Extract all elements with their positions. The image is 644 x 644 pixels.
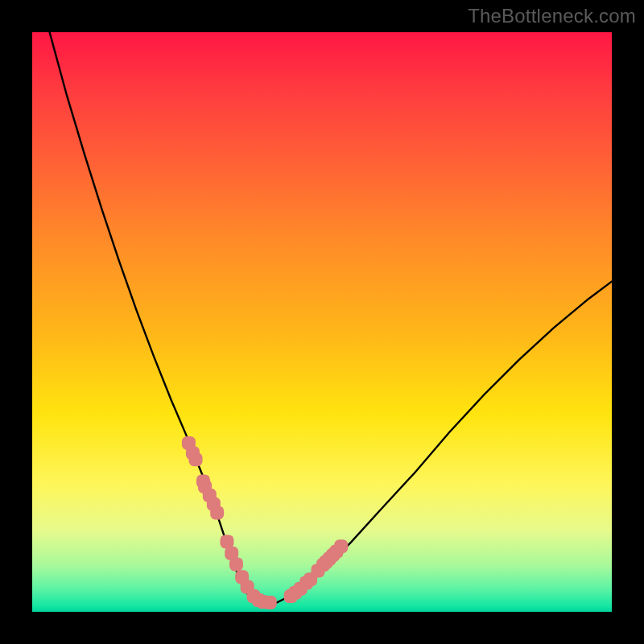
marker-point [334,539,348,553]
marker-point [189,452,203,466]
chart-frame: TheBottleneck.com [0,0,644,644]
chart-svg [32,32,612,612]
watermark-text: TheBottleneck.com [468,5,636,27]
marker-point [229,557,243,571]
marker-point [263,596,277,609]
bottleneck-curve [50,32,612,603]
plot-area [32,32,612,612]
marker-point [210,506,224,519]
marker-cluster [182,436,348,609]
